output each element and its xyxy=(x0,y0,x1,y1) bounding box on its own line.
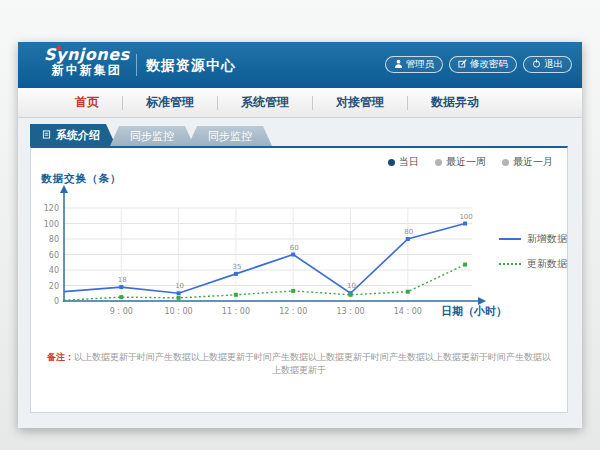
time-range-filters: 当日 最近一周 最近一月 xyxy=(388,155,553,169)
radio-today[interactable]: 当日 xyxy=(388,155,419,169)
user-button[interactable]: 管理员 xyxy=(385,56,444,73)
edit-icon xyxy=(458,59,467,70)
logout-button[interactable]: 退出 xyxy=(523,56,572,73)
app-window: Synjones 新中新集团 数据资源中心 管理员 修改 xyxy=(18,42,582,428)
svg-text:0: 0 xyxy=(54,297,59,306)
svg-text:35: 35 xyxy=(232,263,241,271)
radio-last-week[interactable]: 最近一周 xyxy=(435,155,486,169)
power-icon xyxy=(532,59,541,70)
footnote: 备注：以上数据更新于时间产生数据以上数据更新于时间产生数据以上数据更新于时间产生… xyxy=(47,351,551,376)
svg-text:11 : 00: 11 : 00 xyxy=(222,307,250,316)
company-logo: Synjones 新中新集团 xyxy=(44,47,130,76)
svg-text:60: 60 xyxy=(290,244,299,252)
footnote-prefix: 备注： xyxy=(47,352,74,362)
chart-panel: 当日 最近一周 最近一月 数据交换（条） 0204060801001209 : … xyxy=(30,146,568,413)
x-axis-title: 日期（小时） xyxy=(441,304,507,319)
change-password-button[interactable]: 修改密码 xyxy=(449,56,517,73)
nav-item-standard-mgmt[interactable]: 标准管理 xyxy=(123,94,217,111)
radio-dot-icon xyxy=(388,159,395,166)
logo-wordmark: Synjones xyxy=(44,47,130,64)
content-area: 系统介绍 同步监控 同步监控 当日 最近一周 xyxy=(18,118,582,428)
svg-text:14 : 00: 14 : 00 xyxy=(394,307,422,316)
svg-text:80: 80 xyxy=(404,228,413,236)
solid-line-swatch-icon xyxy=(499,238,521,240)
logo-company-name: 新中新集团 xyxy=(44,64,130,77)
nav-item-interface-mgmt[interactable]: 对接管理 xyxy=(313,94,407,111)
chart-svg: 0204060801001209 : 0010 : 0011 : 0012 : … xyxy=(39,184,494,324)
legend-item-update-data[interactable]: 更新数据 xyxy=(499,257,567,271)
tab-bar: 系统介绍 同步监控 同步监控 xyxy=(30,124,266,146)
radio-dot-icon xyxy=(502,159,509,166)
page: Synjones 新中新集团 数据资源中心 管理员 修改 xyxy=(0,0,600,450)
tab-system-intro[interactable]: 系统介绍 xyxy=(30,124,116,146)
svg-text:10 : 00: 10 : 00 xyxy=(165,307,193,316)
tab-sync-monitor-2[interactable]: 同步监控 xyxy=(188,126,272,146)
tab-sync-monitor-1[interactable]: 同步监控 xyxy=(110,126,194,146)
nav-item-data-change[interactable]: 数据异动 xyxy=(408,94,502,111)
svg-text:10: 10 xyxy=(347,282,356,290)
svg-text:60: 60 xyxy=(49,251,59,260)
svg-text:40: 40 xyxy=(49,266,59,275)
user-icon xyxy=(394,59,403,70)
nav-item-home[interactable]: 首页 xyxy=(52,94,122,111)
svg-text:80: 80 xyxy=(49,235,59,244)
radio-last-month[interactable]: 最近一月 xyxy=(502,155,553,169)
footnote-text: 以上数据更新于时间产生数据以上数据更新于时间产生数据以上数据更新于时间产生数据以… xyxy=(74,352,551,375)
svg-text:20: 20 xyxy=(49,282,59,291)
svg-text:13 : 00: 13 : 00 xyxy=(336,307,364,316)
header-actions: 管理员 修改密码 退出 xyxy=(385,56,573,73)
nav-item-system-mgmt[interactable]: 系统管理 xyxy=(218,94,312,111)
svg-text:100: 100 xyxy=(459,213,472,221)
main-nav: 首页 标准管理 系统管理 对接管理 数据异动 xyxy=(18,88,582,118)
legend-item-new-data[interactable]: 新增数据 xyxy=(499,232,567,246)
chart-legend: 新增数据 更新数据 xyxy=(499,232,567,282)
svg-text:100: 100 xyxy=(44,220,59,229)
app-header: Synjones 新中新集团 数据资源中心 管理员 修改 xyxy=(18,42,582,88)
header-divider xyxy=(136,54,137,76)
radio-dot-icon xyxy=(435,159,442,166)
svg-text:18: 18 xyxy=(118,276,127,284)
svg-text:120: 120 xyxy=(44,204,59,213)
svg-text:10: 10 xyxy=(175,282,184,290)
document-icon xyxy=(42,129,51,142)
page-title: 数据资源中心 xyxy=(146,57,236,75)
dotted-line-swatch-icon xyxy=(499,263,521,265)
svg-text:9 : 00: 9 : 00 xyxy=(110,307,133,316)
svg-text:12 : 00: 12 : 00 xyxy=(279,307,307,316)
